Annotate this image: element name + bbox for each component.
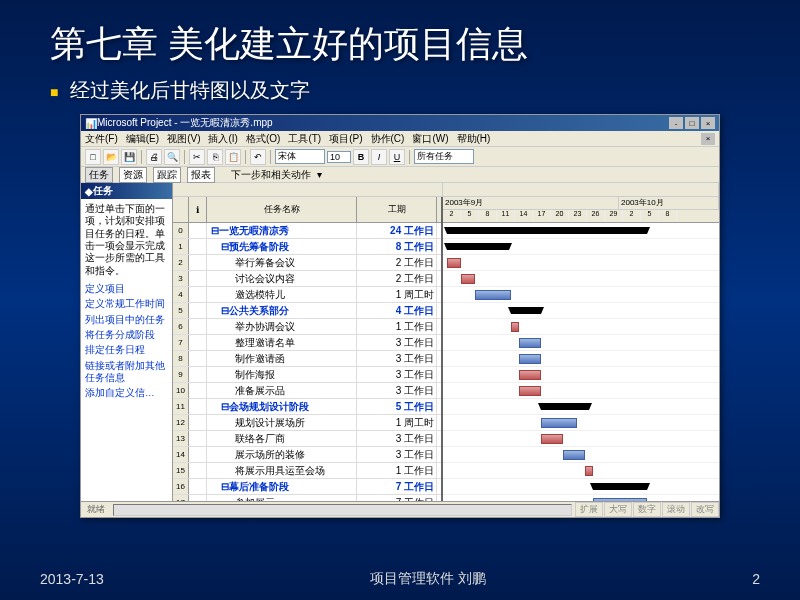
h-scrollbar[interactable] — [113, 504, 572, 516]
duration-cell[interactable]: 8 工作日 — [357, 239, 437, 254]
taskname-cell[interactable]: 联络各厂商 — [207, 431, 357, 446]
collapse-icon[interactable]: ⊟ — [221, 305, 229, 316]
table-row[interactable]: 7整理邀请名单3 工作日 — [173, 335, 441, 351]
taskname-cell[interactable]: ⊟ 一览无暇清凉秀 — [207, 223, 357, 238]
table-row[interactable]: 10准备展示品3 工作日 — [173, 383, 441, 399]
menu-help[interactable]: 帮助(H) — [457, 132, 491, 146]
menu-edit[interactable]: 编辑(E) — [126, 132, 159, 146]
table-row[interactable]: 0⊟ 一览无暇清凉秀24 工作日 — [173, 223, 441, 239]
menu-file[interactable]: 文件(F) — [85, 132, 118, 146]
taskname-cell[interactable]: 展示场所的装修 — [207, 447, 357, 462]
summary-bar[interactable] — [511, 307, 541, 314]
view-report[interactable]: 报表 — [187, 167, 215, 183]
taskname-cell[interactable]: 将展示用具运至会场 — [207, 463, 357, 478]
taskname-cell[interactable]: 举行筹备会议 — [207, 255, 357, 270]
link-schedule[interactable]: 排定任务日程 — [85, 344, 168, 356]
maximize-button[interactable]: □ — [685, 117, 699, 129]
grid-body[interactable]: 0⊟ 一览无暇清凉秀24 工作日1⊟ 预先筹备阶段8 工作日2举行筹备会议2 工… — [173, 223, 441, 501]
task-bar[interactable] — [563, 450, 585, 460]
save-icon[interactable]: 💾 — [121, 149, 137, 165]
duration-cell[interactable]: 3 工作日 — [357, 351, 437, 366]
font-select[interactable]: 宋体 — [275, 149, 325, 164]
collapse-icon[interactable]: ⊟ — [211, 225, 219, 236]
filter-select[interactable]: 所有任务 — [414, 149, 474, 164]
header-taskname[interactable]: 任务名称 — [207, 197, 357, 222]
dropdown-icon[interactable]: ▾ — [317, 169, 322, 180]
duration-cell[interactable]: 3 工作日 — [357, 335, 437, 350]
link-worktime[interactable]: 定义常规工作时间 — [85, 298, 168, 310]
taskname-cell[interactable]: ⊟ 幕后准备阶段 — [207, 479, 357, 494]
link-list-tasks[interactable]: 列出项目中的任务 — [85, 314, 168, 326]
duration-cell[interactable]: 7 工作日 — [357, 479, 437, 494]
table-row[interactable]: 8制作邀请函3 工作日 — [173, 351, 441, 367]
taskname-cell[interactable]: 讨论会议内容 — [207, 271, 357, 286]
close-button[interactable]: × — [701, 117, 715, 129]
table-row[interactable]: 1⊟ 预先筹备阶段8 工作日 — [173, 239, 441, 255]
header-duration[interactable]: 工期 — [357, 197, 437, 222]
collapse-icon[interactable]: ⊟ — [221, 401, 229, 412]
duration-cell[interactable]: 3 工作日 — [357, 447, 437, 462]
summary-bar[interactable] — [541, 403, 589, 410]
menu-tools[interactable]: 工具(T) — [288, 132, 321, 146]
task-bar[interactable] — [541, 418, 577, 428]
duration-cell[interactable]: 24 工作日 — [357, 223, 437, 238]
menu-project[interactable]: 项目(P) — [329, 132, 362, 146]
task-bar[interactable] — [519, 370, 541, 380]
table-row[interactable]: 11⊟ 会场规划设计阶段5 工作日 — [173, 399, 441, 415]
link-custom[interactable]: 添加自定义信… — [85, 387, 168, 399]
table-row[interactable]: 6举办协调会议1 工作日 — [173, 319, 441, 335]
duration-cell[interactable]: 1 周工时 — [357, 287, 437, 302]
italic-icon[interactable]: I — [371, 149, 387, 165]
table-row[interactable]: 5⊟ 公共关系部分4 工作日 — [173, 303, 441, 319]
summary-bar[interactable] — [447, 243, 509, 250]
task-bar[interactable] — [541, 434, 563, 444]
menu-view[interactable]: 视图(V) — [167, 132, 200, 146]
taskname-cell[interactable]: 规划设计展场所 — [207, 415, 357, 430]
duration-cell[interactable]: 1 工作日 — [357, 319, 437, 334]
view-resources[interactable]: 资源 — [119, 167, 147, 183]
duration-cell[interactable]: 2 工作日 — [357, 255, 437, 270]
taskname-cell[interactable]: 整理邀请名单 — [207, 335, 357, 350]
table-row[interactable]: 15将展示用具运至会场1 工作日 — [173, 463, 441, 479]
menu-collab[interactable]: 协作(C) — [371, 132, 405, 146]
task-bar[interactable] — [519, 386, 541, 396]
mdi-close-button[interactable]: × — [701, 133, 715, 145]
link-define-project[interactable]: 定义项目 — [85, 283, 168, 295]
duration-cell[interactable]: 3 工作日 — [357, 431, 437, 446]
table-row[interactable]: 12规划设计展场所1 周工时 — [173, 415, 441, 431]
view-tracking[interactable]: 跟踪 — [153, 167, 181, 183]
task-bar[interactable] — [519, 338, 541, 348]
task-bar[interactable] — [593, 498, 647, 501]
table-row[interactable]: 2举行筹备会议2 工作日 — [173, 255, 441, 271]
taskname-cell[interactable]: 准备展示品 — [207, 383, 357, 398]
menu-format[interactable]: 格式(O) — [246, 132, 280, 146]
view-tasks[interactable]: 任务 — [85, 167, 113, 183]
menu-window[interactable]: 窗口(W) — [412, 132, 448, 146]
task-bar[interactable] — [475, 290, 511, 300]
duration-cell[interactable]: 3 工作日 — [357, 367, 437, 382]
duration-cell[interactable]: 4 工作日 — [357, 303, 437, 318]
taskname-cell[interactable]: ⊟ 预先筹备阶段 — [207, 239, 357, 254]
underline-icon[interactable]: U — [389, 149, 405, 165]
duration-cell[interactable]: 2 工作日 — [357, 271, 437, 286]
summary-bar[interactable] — [447, 227, 647, 234]
table-row[interactable]: 16⊟ 幕后准备阶段7 工作日 — [173, 479, 441, 495]
print-icon[interactable]: 🖨 — [146, 149, 162, 165]
minimize-button[interactable]: - — [669, 117, 683, 129]
gantt-area[interactable]: 2003年9月 2003年10月 25811141720232629258 — [443, 197, 719, 501]
paste-icon[interactable]: 📋 — [225, 149, 241, 165]
collapse-icon[interactable]: ⊟ — [221, 481, 229, 492]
collapse-icon[interactable]: ⊟ — [221, 241, 229, 252]
bold-icon[interactable]: B — [353, 149, 369, 165]
taskname-cell[interactable]: 制作邀请函 — [207, 351, 357, 366]
task-bar[interactable] — [447, 258, 461, 268]
menu-insert[interactable]: 插入(I) — [208, 132, 237, 146]
taskname-cell[interactable]: ⊟ 公共关系部分 — [207, 303, 357, 318]
taskname-cell[interactable]: 举办协调会议 — [207, 319, 357, 334]
table-row[interactable]: 3讨论会议内容2 工作日 — [173, 271, 441, 287]
task-bar[interactable] — [511, 322, 519, 332]
duration-cell[interactable]: 1 周工时 — [357, 415, 437, 430]
cut-icon[interactable]: ✂ — [189, 149, 205, 165]
taskname-cell[interactable]: ⊟ 会场规划设计阶段 — [207, 399, 357, 414]
link-link-info[interactable]: 链接或者附加其他任务信息 — [85, 360, 168, 385]
